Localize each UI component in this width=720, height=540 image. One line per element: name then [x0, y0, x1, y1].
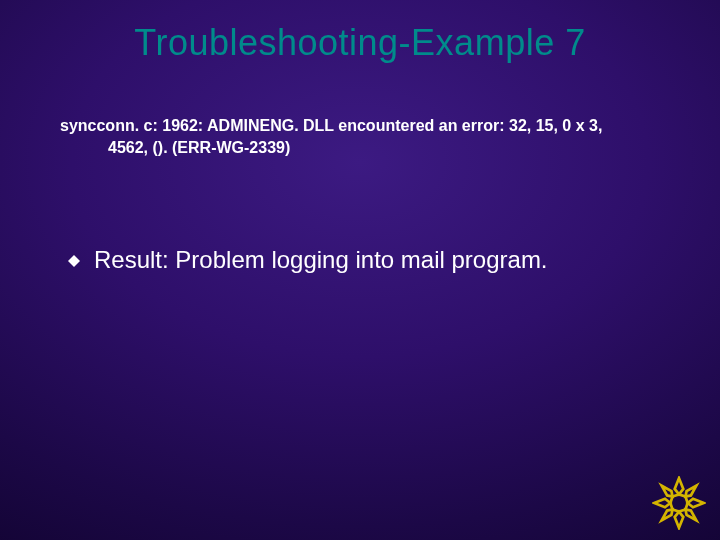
svg-marker-1	[675, 478, 684, 494]
bullet-text: Result: Problem logging into mail progra…	[94, 245, 548, 275]
slide-title: Troubleshooting-Example 7	[0, 22, 720, 64]
svg-marker-5	[662, 486, 673, 497]
star-logo-icon	[652, 476, 706, 530]
svg-marker-9	[670, 494, 687, 511]
svg-marker-7	[662, 509, 673, 520]
slide: Troubleshooting-Example 7 syncconn. c: 1…	[0, 0, 720, 540]
error-line-1: syncconn. c: 1962: ADMINENG. DLL encount…	[60, 115, 660, 137]
svg-marker-4	[688, 499, 704, 508]
svg-marker-0	[68, 255, 80, 267]
error-line-2: 4562, (). (ERR-WG-2339)	[60, 137, 660, 159]
error-message: syncconn. c: 1962: ADMINENG. DLL encount…	[60, 115, 660, 158]
diamond-bullet-icon	[68, 255, 80, 267]
svg-marker-8	[685, 509, 696, 520]
svg-marker-2	[675, 512, 684, 528]
svg-marker-3	[654, 499, 670, 508]
bullet-row: Result: Problem logging into mail progra…	[68, 245, 660, 275]
svg-marker-6	[685, 486, 696, 497]
